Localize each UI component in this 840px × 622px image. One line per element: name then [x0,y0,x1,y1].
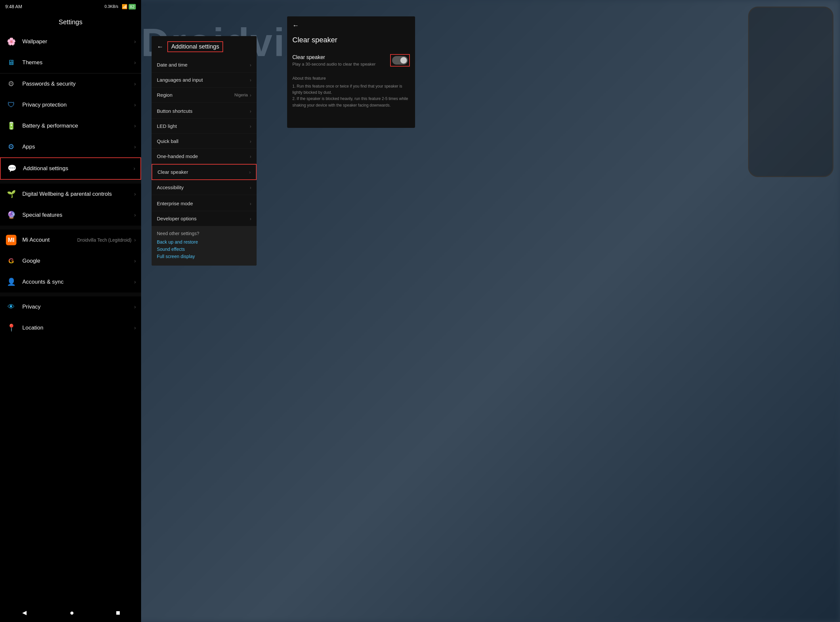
panel-footer: Need other settings? Back up and restore… [151,226,257,265]
privacy-protection-chevron: › [134,102,136,108]
apps-label: Apps [22,143,134,150]
privacy-label: Privacy [22,303,134,310]
section-gap-3 [0,293,141,296]
date-time-label: Date and time [157,62,250,67]
settings-item-additional[interactable]: 💬 Additional settings › [0,157,141,180]
settings-item-accounts[interactable]: 👤 Accounts & sync › [0,271,141,293]
mi-icon-wrap: MI [5,234,17,246]
clear-speaker-header: ← [287,17,415,34]
phone-outline-right [748,6,834,177]
panel-item-one-handed[interactable]: One-handed mode › [151,149,257,164]
additional-back-button[interactable]: ← [157,43,163,50]
special-icon-wrap: 🔮 [5,209,17,221]
clear-speaker-chevron: › [249,169,251,175]
additional-icon: 💬 [8,164,17,173]
settings-item-privacy-protection[interactable]: 🛡 Privacy protection › [0,95,141,116]
developer-label: Developer options [157,216,250,221]
status-time: 9:48 AM [5,4,22,9]
panel-item-languages[interactable]: Languages and input › [151,72,257,88]
panel-item-accessibility[interactable]: Accessibility › [151,180,257,195]
battery-chevron: › [134,123,136,129]
nav-back-button[interactable]: ◄ [18,606,31,620]
settings-item-apps[interactable]: ⚙ Apps › [0,136,141,157]
accounts-label: Accounts & sync [22,279,134,285]
settings-item-wallpaper[interactable]: 🌸 Wallpaper › [0,31,141,52]
settings-item-google[interactable]: G Google › [0,250,141,271]
panel-item-date-time[interactable]: Date and time › [151,57,257,72]
clear-speaker-toggle[interactable] [392,56,408,65]
clear-speaker-toggle-item: Clear speaker Play a 30-second audio to … [287,49,415,71]
mi-account-chevron: › [134,237,136,243]
mi-account-label: Mi Account [22,237,77,243]
settings-item-digital[interactable]: 🌱 Digital Wellbeing & parental controls … [0,184,141,204]
panel-item-quick-ball[interactable]: Quick ball › [151,134,257,149]
settings-item-battery[interactable]: 🔋 Battery & performance › [0,116,141,136]
wallpaper-icon-wrap: 🌸 [5,36,17,47]
footer-link-fullscreen[interactable]: Full screen display [157,254,251,259]
clear-speaker-item-info: Clear speaker Play a 30-second audio to … [292,55,390,67]
status-bar: 9:48 AM 0.3KB/s 📶 82 [0,0,141,13]
apps-icon-wrap: ⚙ [5,141,17,153]
apps-icon: ⚙ [8,143,14,151]
battery-icon: 🔋 [7,122,16,130]
panel-item-button-shortcuts[interactable]: Button shortcuts › [151,104,257,119]
passwords-icon: ⚙ [8,80,14,88]
bottom-spacer [0,338,141,364]
clear-speaker-back-button[interactable]: ← [292,21,299,29]
location-chevron: › [134,325,136,331]
themes-label: Themes [22,59,134,66]
additional-chevron: › [134,166,135,171]
additional-icon-wrap: 💬 [6,163,18,174]
clear-speaker-panel: ← Clear speaker Clear speaker Play a 30-… [287,17,415,128]
special-label: Special features [22,212,134,218]
signal-icon: 📶 [122,4,127,9]
google-icon: G [8,257,14,265]
additional-panel-header: ← Additional settings [151,36,257,57]
panel-item-region[interactable]: Region Nigeria › [151,88,257,103]
additional-panel-title: Additional settings [171,43,219,50]
settings-item-privacy[interactable]: 👁 Privacy › [0,296,141,317]
panel-item-led-light[interactable]: LED light › [151,119,257,134]
about-text: 1. Run this feature once or twice if you… [292,83,410,108]
clear-speaker-label: Clear speaker [157,169,249,175]
settings-list[interactable]: 🌸 Wallpaper › 🖥 Themes › ⚙ Passwords & s… [0,31,141,622]
led-light-label: LED light [157,123,250,129]
panel-item-clear-speaker[interactable]: Clear speaker › [151,164,257,180]
settings-item-location[interactable]: 📍 Location › [0,317,141,338]
one-handed-chevron: › [250,154,251,159]
nav-home-button[interactable]: ● [67,606,77,620]
wallpaper-chevron: › [134,39,136,44]
settings-item-special[interactable]: 🔮 Special features › [0,204,141,226]
themes-chevron: › [134,59,136,66]
settings-item-passwords[interactable]: ⚙ Passwords & security › [0,73,141,95]
clear-speaker-toggle-wrap[interactable] [390,54,410,67]
additional-title-box: Additional settings [167,41,223,52]
footer-link-sound[interactable]: Sound effects [157,247,251,252]
settings-header: Settings [0,13,141,31]
footer-link-backup[interactable]: Back up and restore [157,239,251,245]
digital-chevron: › [134,191,136,197]
privacy-protection-icon-wrap: 🛡 [5,99,17,111]
digital-label: Digital Wellbeing & parental controls [22,191,134,197]
date-time-chevron: › [250,62,251,67]
clear-speaker-item-sub: Play a 30-second audio to clear the spea… [292,62,390,67]
panel-item-developer[interactable]: Developer options › [151,211,257,226]
battery-indicator: 82 [128,4,136,9]
passwords-icon-wrap: ⚙ [5,78,17,90]
location-label: Location [22,325,134,331]
accounts-icon: 👤 [7,278,16,286]
special-icon: 🔮 [7,211,16,220]
google-label: Google [22,258,134,264]
settings-item-mi-account[interactable]: MI Mi Account Droidvilla Tech (Legitdroi… [0,230,141,250]
nav-recent-button[interactable]: ■ [113,606,123,620]
location-icon-wrap: 📍 [5,322,17,334]
network-speed: 0.3KB/s [105,4,118,9]
panel-item-enterprise[interactable]: Enterprise mode › [151,196,257,211]
button-shortcuts-chevron: › [250,108,251,114]
region-label: Region [157,92,234,98]
mi-account-sub: Droidvilla Tech (Legitdroid) [77,237,131,242]
settings-item-themes[interactable]: 🖥 Themes › [0,52,141,73]
privacy-protection-icon: 🛡 [8,101,15,109]
themes-icon-wrap: 🖥 [5,57,17,69]
accounts-icon-wrap: 👤 [5,276,17,288]
